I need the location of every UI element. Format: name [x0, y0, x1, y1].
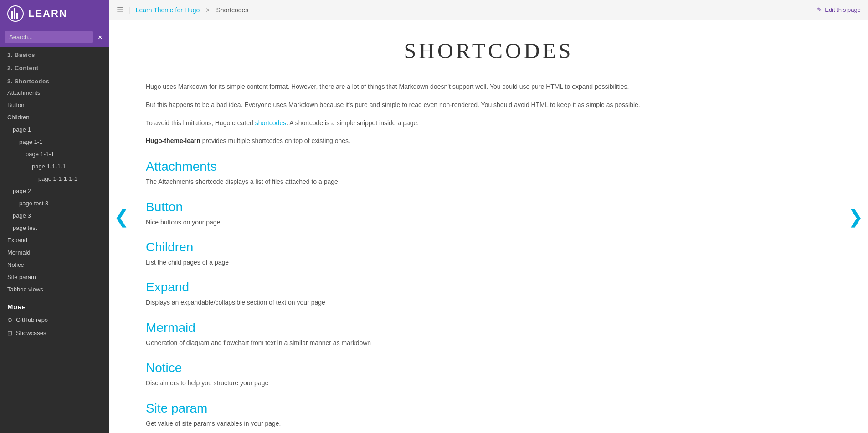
- sidebar-item-github[interactable]: ⊙ GitHub repo: [0, 313, 109, 326]
- sidebar-item-page1-1-1-1-1[interactable]: page 1-1-1-1-1: [0, 173, 109, 185]
- nav-section-basics[interactable]: 1. Basics: [0, 47, 109, 60]
- breadcrumb-divider: |: [128, 6, 130, 14]
- shortcode-desc-attachments: The Attachments shortcode displays a lis…: [146, 177, 832, 187]
- sidebar-item-notice[interactable]: Notice: [0, 259, 109, 271]
- shortcode-siteparam: Site param Get value of site params vari…: [146, 401, 832, 428]
- sidebar-item-expand[interactable]: Expand: [0, 234, 109, 246]
- shortcode-desc-button: Nice buttons on your page.: [146, 217, 832, 227]
- shortcode-title-attachments[interactable]: Attachments: [146, 159, 832, 174]
- intro-para-4: Hugo-theme-learn provides multiple short…: [146, 136, 832, 147]
- shortcode-title-expand[interactable]: Expand: [146, 280, 832, 295]
- breadcrumb-separator: >: [206, 6, 210, 14]
- shortcode-title-notice[interactable]: Notice: [146, 361, 832, 375]
- sidebar-item-page1[interactable]: page 1: [0, 123, 109, 136]
- sidebar-item-tabbed[interactable]: Tabbed views: [0, 283, 109, 295]
- sidebar-item-page2[interactable]: page 2: [0, 185, 109, 197]
- edit-page-button[interactable]: ✎ Edit this page: [817, 6, 861, 13]
- breadcrumb-current-page: Shortcodes: [216, 6, 248, 14]
- showcase-icon: ⊡: [7, 330, 12, 336]
- shortcode-title-button[interactable]: Button: [146, 200, 832, 214]
- shortcode-button: Button Nice buttons on your page.: [146, 200, 832, 227]
- page-title: SHORTCODES: [146, 38, 832, 63]
- prev-page-arrow[interactable]: ❮: [109, 202, 134, 232]
- breadcrumb-home-link[interactable]: Learn Theme for Hugo: [136, 6, 200, 14]
- search-clear-button[interactable]: ✕: [96, 33, 105, 42]
- breadcrumb: ☰ | Learn Theme for Hugo > Shortcodes: [117, 5, 248, 14]
- search-input[interactable]: [5, 31, 93, 43]
- nav-section-content[interactable]: 2. Content: [0, 60, 109, 73]
- logo-icon: [7, 5, 24, 22]
- intro-para-3: To avoid this limitations, Hugo created …: [146, 118, 832, 129]
- search-wrapper: ✕: [0, 27, 109, 47]
- svg-rect-3: [16, 13, 18, 19]
- sidebar-item-children[interactable]: Children: [0, 111, 109, 123]
- sidebar-brand: LEARN: [28, 8, 67, 20]
- sidebar-item-page1-1[interactable]: page 1-1: [0, 136, 109, 148]
- shortcode-desc-expand: Displays an expandable/collapsible secti…: [146, 297, 832, 307]
- sidebar-header[interactable]: LEARN: [0, 0, 109, 27]
- shortcode-desc-children: List the child pages of a page: [146, 257, 832, 267]
- sidebar-item-showcases[interactable]: ⊡ Showcases: [0, 326, 109, 340]
- shortcode-attachments: Attachments The Attachments shortcode di…: [146, 159, 832, 187]
- svg-rect-1: [14, 8, 15, 19]
- svg-rect-2: [11, 11, 13, 19]
- shortcode-expand: Expand Displays an expandable/collapsibl…: [146, 280, 832, 307]
- sidebar-item-page3[interactable]: page 3: [0, 209, 109, 222]
- content-area: SHORTCODES Hugo uses Markdown for its si…: [109, 20, 868, 433]
- sidebar-item-attachments[interactable]: Attachments: [0, 87, 109, 99]
- intro-para-2: But this happens to be a bad idea. Every…: [146, 100, 832, 111]
- shortcode-title-mermaid[interactable]: Mermaid: [146, 321, 832, 335]
- sidebar-item-button[interactable]: Button: [0, 99, 109, 111]
- sidebar-item-page1-1-1[interactable]: page 1-1-1: [0, 148, 109, 160]
- next-page-arrow[interactable]: ❯: [843, 202, 868, 232]
- shortcode-desc-mermaid: Generation of diagram and flowchart from…: [146, 338, 832, 348]
- shortcode-desc-siteparam: Get value of site params variables in yo…: [146, 418, 832, 428]
- edit-icon: ✎: [817, 6, 822, 13]
- sidebar-item-page1-1-1-1[interactable]: page 1-1-1-1: [0, 160, 109, 173]
- shortcode-notice: Notice Disclaimers to help you structure…: [146, 361, 832, 388]
- shortcode-children: Children List the child pages of a page: [146, 240, 832, 267]
- shortcode-mermaid: Mermaid Generation of diagram and flowch…: [146, 321, 832, 348]
- github-icon: ⊙: [7, 316, 12, 323]
- shortcode-title-siteparam[interactable]: Site param: [146, 401, 832, 416]
- sidebar-item-page-test[interactable]: page test: [0, 222, 109, 234]
- sidebar-item-page-test3[interactable]: page test 3: [0, 197, 109, 209]
- sidebar-item-siteparam[interactable]: Site param: [0, 271, 109, 283]
- shortcode-title-children[interactable]: Children: [146, 240, 832, 255]
- menu-icon: ☰: [117, 5, 123, 14]
- sidebar-item-mermaid[interactable]: Mermaid: [0, 246, 109, 259]
- nav-section-shortcodes[interactable]: 3. Shortcodes: [0, 73, 109, 87]
- shortcode-desc-notice: Disclaimers to help you structure your p…: [146, 378, 832, 388]
- shortcodes-link[interactable]: shortcodes: [255, 119, 286, 127]
- main-content-area: ☰ | Learn Theme for Hugo > Shortcodes ✎ …: [109, 0, 868, 433]
- intro-para-1: Hugo uses Markdown for its simple conten…: [146, 82, 832, 92]
- sidebar: LEARN ✕ 1. Basics 2. Content 3. Shortcod…: [0, 0, 109, 433]
- breadcrumb-bar: ☰ | Learn Theme for Hugo > Shortcodes ✎ …: [109, 0, 868, 20]
- sidebar-more-heading: More: [0, 295, 109, 313]
